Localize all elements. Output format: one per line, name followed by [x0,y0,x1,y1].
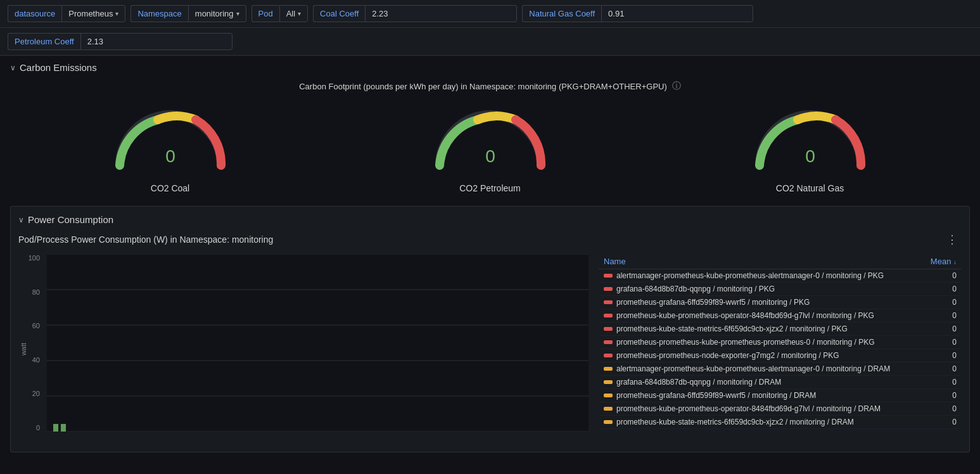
datasource-dropdown[interactable]: Prometheus ▾ [61,5,125,22]
legend-series-name: alertmanager-prometheus-kube-prometheus-… [616,271,940,280]
legend-row[interactable]: prometheus-grafana-6ffd599f89-wwrf5 / mo… [599,296,962,309]
more-options-button[interactable]: ⋮ [943,231,962,248]
legend-series-name: alertmanager-prometheus-kube-prometheus-… [616,364,940,373]
legend-series-name: prometheus-kube-prometheus-operator-8484… [616,404,940,413]
power-section-title: Power Consumption [28,214,113,225]
power-chevron-icon: ∨ [18,215,24,224]
legend-series-name: prometheus-kube-prometheus-operator-8484… [616,311,940,320]
natural-gas-coeff-item: Natural Gas Coeff [522,5,753,22]
legend-mean-value: 0 [944,418,957,426]
svg-rect-9 [53,424,58,432]
legend-color-indicator [604,380,613,384]
chart-svg [47,254,589,432]
legend-header: Name Mean ↓ [599,254,962,269]
datasource-label: datasource [8,5,61,22]
toolbar-row2: Petroleum Coeff [0,28,980,56]
legend-row[interactable]: grafana-684d8b87db-qqnpg / monitoring / … [599,376,962,389]
legend-mean-value: 0 [944,351,957,360]
natural-gas-coeff-label: Natural Gas Coeff [522,5,601,22]
info-icon[interactable]: ⓘ [672,80,681,92]
toolbar: datasource Prometheus ▾ Namespace monito… [0,0,980,28]
co2-coal-gauge: 0 CO2 Coal [107,102,234,193]
legend-mean-value: 0 [944,324,957,333]
coal-coeff-input[interactable] [365,5,517,22]
natural-gas-coeff-input[interactable] [601,5,753,22]
namespace-label: Namespace [130,5,188,22]
legend-mean-value: 0 [944,271,957,280]
legend-series-name: prometheus-grafana-6ffd599f89-wwrf5 / mo… [616,391,940,400]
legend-mean-value: 0 [944,404,957,413]
carbon-emissions-section: ∨ Carbon Emissions Carbon Footprint (pou… [10,62,970,193]
power-section-header[interactable]: ∨ Power Consumption [18,214,962,225]
chart-area: 100 80 60 40 20 0 watt [18,254,589,444]
legend-row[interactable]: prometheus-prometheus-node-exporter-g7mg… [599,349,962,362]
namespace-dropdown[interactable]: monitoring ▾ [188,5,246,22]
petroleum-coeff-input[interactable] [80,33,232,50]
pod-item: Pod All ▾ [251,5,309,22]
y-label-60: 60 [32,322,40,330]
main-content: ∨ Carbon Emissions Carbon Footprint (pou… [0,56,980,459]
co2-petroleum-label: CO2 Petroleum [459,183,520,193]
namespace-item: Namespace monitoring ▾ [130,5,246,22]
legend-rows-container: alertmanager-prometheus-kube-prometheus-… [599,269,962,429]
legend-series-name: prometheus-kube-state-metrics-6f659dc9cb… [616,418,940,426]
legend-name-col: Name [604,257,626,266]
gauges-container: 0 CO2 Coal 0 CO2 Petroleum [10,102,970,193]
legend-mean-value: 0 [944,285,957,293]
pod-chevron-icon: ▾ [298,10,301,17]
chart-legend-container: 100 80 60 40 20 0 watt [18,254,962,444]
carbon-chart-title: Carbon Footprint (pounds per kWh per day… [10,80,970,92]
legend-row[interactable]: grafana-684d8b87db-qqnpg / monitoring / … [599,283,962,296]
legend-row[interactable]: alertmanager-prometheus-kube-prometheus-… [599,269,962,283]
y-label-80: 80 [32,288,40,296]
legend-series-name: prometheus-prometheus-kube-prometheus-pr… [616,338,940,347]
power-consumption-section: ∨ Power Consumption Pod/Process Power Co… [10,206,970,452]
svg-text:0: 0 [165,146,175,166]
legend-color-indicator [604,274,613,278]
legend-mean-value: 0 [944,378,957,387]
legend-series-name: prometheus-kube-state-metrics-6f659dc9cb… [616,324,940,333]
carbon-chevron-icon: ∨ [10,63,16,72]
legend-table: Name Mean ↓ alertmanager-prometheus-kube… [599,254,962,444]
legend-color-indicator [604,287,613,291]
co2-coal-svg: 0 [107,102,234,178]
legend-series-name: prometheus-grafana-6ffd599f89-wwrf5 / mo… [616,298,940,307]
mean-sort-icon[interactable]: ↓ [953,259,957,266]
co2-petroleum-svg: 0 [427,102,554,178]
legend-row[interactable]: alertmanager-prometheus-kube-prometheus-… [599,362,962,376]
svg-text:0: 0 [805,146,815,166]
y-label-20: 20 [32,390,40,397]
pod-label: Pod [251,5,279,22]
co2-coal-label: CO2 Coal [151,183,189,193]
legend-color-indicator [604,394,613,397]
petroleum-coeff-item: Petroleum Coeff [8,33,232,50]
carbon-section-header[interactable]: ∨ Carbon Emissions [10,62,970,73]
legend-color-indicator [604,407,613,411]
legend-mean-col: Mean ↓ [931,257,957,266]
coal-coeff-item: Coal Coeff [313,5,517,22]
legend-row[interactable]: prometheus-grafana-6ffd599f89-wwrf5 / mo… [599,389,962,402]
legend-color-indicator [604,314,613,317]
legend-mean-value: 0 [944,298,957,307]
coal-coeff-label: Coal Coeff [313,5,365,22]
y-label-0: 0 [36,424,40,432]
co2-petroleum-gauge: 0 CO2 Petroleum [427,102,554,193]
carbon-section-title: Carbon Emissions [20,62,97,73]
legend-color-indicator [604,367,613,371]
legend-row[interactable]: prometheus-kube-prometheus-operator-8484… [599,402,962,416]
legend-row[interactable]: prometheus-kube-prometheus-operator-8484… [599,309,962,323]
legend-mean-value: 0 [944,391,957,400]
legend-series-name: grafana-684d8b87db-qqnpg / monitoring / … [616,378,940,387]
legend-series-name: prometheus-prometheus-node-exporter-g7mg… [616,351,940,360]
legend-row[interactable]: prometheus-prometheus-kube-prometheus-pr… [599,336,962,349]
pod-dropdown[interactable]: All ▾ [279,5,308,22]
legend-color-indicator [604,340,613,344]
power-chart-title: Pod/Process Power Consumption (W) in Nam… [18,234,273,245]
y-label-100: 100 [29,254,40,262]
legend-color-indicator [604,327,613,331]
legend-row[interactable]: prometheus-kube-state-metrics-6f659dc9cb… [599,416,962,429]
legend-mean-value: 0 [944,338,957,347]
namespace-chevron-icon: ▾ [236,10,239,17]
legend-row[interactable]: prometheus-kube-state-metrics-6f659dc9cb… [599,323,962,336]
petroleum-coeff-label: Petroleum Coeff [8,33,80,50]
